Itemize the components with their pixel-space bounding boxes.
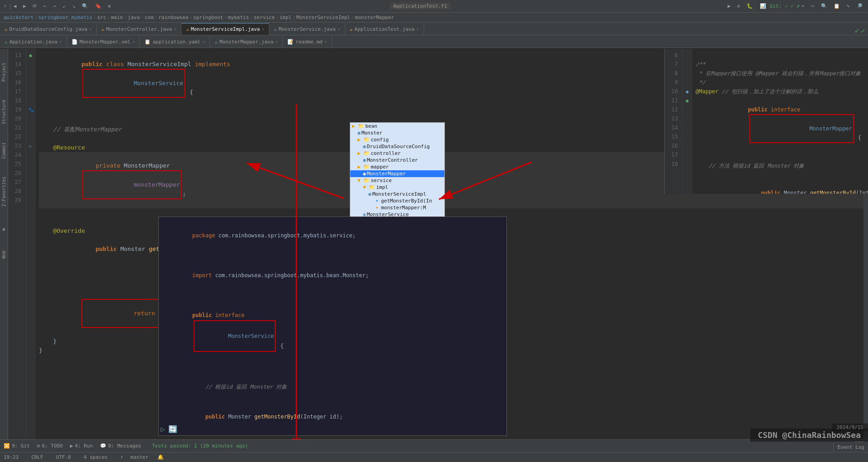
bc-service[interactable]: service <box>254 14 275 20</box>
bc-mybatis[interactable]: mybatis <box>228 14 249 20</box>
todo-run-item[interactable]: ≡ 6: TODO <box>37 443 63 449</box>
git-run-item[interactable]: 🔀 9: Git <box>4 443 30 449</box>
tab-druid[interactable]: ☕ DruidDataSourceConfig.java × <box>0 23 97 35</box>
sidebar-item-commit[interactable]: Commit <box>1 142 6 159</box>
popup-line-8: public Monster getMonsterById(Integer id… <box>159 402 506 432</box>
toolbar-sep: | <box>9 3 12 10</box>
git-icon: Git: ✓ ✓ ✗ <box>770 3 800 9</box>
run-run-item[interactable]: ▶ 4: Run <box>70 443 93 449</box>
tree-item-monster[interactable]: ● Monster <box>350 130 444 136</box>
method-icon: 🔹 <box>374 198 380 204</box>
tests-passed: Tests passed: 1 (20 minutes ago) <box>152 443 248 449</box>
file-icon: ● <box>363 144 366 149</box>
gutter-icon-23: ▷ <box>29 144 32 149</box>
folder-icon: ▶ 📁 <box>352 123 364 129</box>
close-icon[interactable]: × <box>338 27 340 32</box>
tab-readmemd[interactable]: 📝 readme.md × <box>283 36 332 48</box>
messages-run-item[interactable]: 💬 0: Messages <box>100 443 141 449</box>
mapper-annotation-icon: ● <box>686 89 688 94</box>
interface-icon: ◉ <box>363 171 366 177</box>
tree-item-monstercontroller[interactable]: ● MonsterController <box>350 157 444 164</box>
tree-item-config[interactable]: ▶ 📁 config <box>350 136 444 143</box>
sidebar-item-project[interactable]: Project <box>1 63 6 82</box>
spaces-indicator[interactable]: 4 spaces <box>84 454 108 460</box>
close-icon[interactable]: × <box>262 27 264 32</box>
tab-icon: 📄 <box>72 39 78 45</box>
second-line-7: /** <box>696 60 864 69</box>
popup-run-icon: ▷ 🔄 <box>161 425 177 433</box>
tree-item-druiddatasourceconfig[interactable]: ● DruidDataSourceConfig <box>350 143 444 150</box>
second-line-11: public interface MonsterMapper { <box>696 96 864 152</box>
tree-item-mapper[interactable]: ▶ 📁 mapper <box>350 164 444 170</box>
tab-monsterservice[interactable]: ☕ MonsterService.java × <box>269 23 345 35</box>
close-icon[interactable]: × <box>275 39 278 44</box>
second-line-8: * 在Mapper接口使用 @Mapper 就会扫描，并将Mapper接口对象 <box>696 69 864 78</box>
tab-icon: ☕ <box>274 26 277 32</box>
tab-monstermapperjava[interactable]: ☕ MonsterMapper.java × <box>210 36 283 48</box>
close-icon[interactable]: × <box>324 39 327 44</box>
tree-item-getmonsterbyid[interactable]: 🔹 getMonsterById(In <box>350 197 444 204</box>
close-icon[interactable]: × <box>89 27 92 32</box>
tab-applicationtest[interactable]: ☕ ApplicationTest.java × <box>345 23 424 35</box>
tree-item-service[interactable]: ▼ 📁 service <box>350 177 444 184</box>
bc-monstermapper[interactable]: monsterMapper <box>355 14 394 20</box>
sidebar-item-web[interactable]: Web <box>1 250 6 259</box>
tab-controller[interactable]: ☕ MonsterController.java × <box>97 23 181 35</box>
bc-quickstart[interactable]: quickstart <box>4 14 33 20</box>
code-line-20 <box>39 208 864 217</box>
file-icon: ● <box>363 157 366 163</box>
sidebar-item-favorites[interactable]: 2:Favorites <box>1 177 6 207</box>
tab-application[interactable]: ☕ Application.java × <box>0 36 67 48</box>
tree-item-impl[interactable]: ▼ 📁 impl <box>350 184 444 191</box>
folder-icon: ▼ 📁 <box>358 178 370 183</box>
bc-impl[interactable]: impl <box>280 14 292 20</box>
bc-springboot[interactable]: springboot <box>193 14 223 20</box>
tree-item-monstermapper[interactable]: ◉ MonsterMapper <box>350 170 444 177</box>
bc-main[interactable]: main <box>111 14 123 20</box>
tab-icon: ☕ <box>350 26 353 32</box>
tree-item-bean[interactable]: ▶ 📁 bean <box>350 123 444 130</box>
close-icon[interactable]: × <box>174 27 176 32</box>
close-icon[interactable]: × <box>59 39 62 44</box>
tab-monstermapperxml[interactable]: 📄 MonsterMapper.xml × <box>67 36 140 48</box>
line-numbers: 13 14 15 16 17 18 19 20 21 22 23 24 25 2… <box>8 49 26 439</box>
run-icons[interactable]: ▶ ⊘ 🐛 📊 <box>728 3 768 9</box>
tree-item-controller[interactable]: ▶ 📁 controller <box>350 150 444 157</box>
bc-project[interactable]: springboot_mybatis <box>38 14 92 20</box>
popup-line-6 <box>159 362 506 372</box>
tab-applicationyaml[interactable]: 📋 application.yaml × <box>140 36 210 48</box>
bc-src[interactable]: src <box>97 14 106 20</box>
close-icon[interactable]: × <box>416 27 419 32</box>
popup-line-2 <box>159 250 506 260</box>
close-icon[interactable]: × <box>132 39 135 44</box>
tab-icon: ☕ <box>5 26 8 32</box>
toolbar-icon: ⚡ <box>4 3 7 9</box>
bottom-code-popup: package com.rainbowsea.springboot.mybati… <box>158 217 507 436</box>
file-icon: ● <box>358 130 361 136</box>
favorites-star-icon[interactable]: ★ <box>2 225 5 232</box>
bc-com[interactable]: com <box>144 14 153 20</box>
second-gutter: ● ● <box>683 49 692 194</box>
popup-line-5: public interface MonsterService { <box>159 300 506 362</box>
popup-line-1: package com.rainbowsea.springboot.mybati… <box>159 221 506 250</box>
encoding-indicator[interactable]: UTF-8 <box>56 454 71 460</box>
second-line-6 <box>696 51 864 60</box>
tree-item-monstermapper-field[interactable]: 🔸 monsterMapper:M <box>350 204 444 211</box>
line-ending-indicator[interactable]: CRLF <box>31 454 43 460</box>
sidebar-item-structure[interactable]: Structure <box>1 100 6 124</box>
close-icon[interactable]: × <box>202 39 205 44</box>
tab-icon: ☕ <box>215 39 218 45</box>
right-toolbar-icons[interactable]: ↩ ↪ 🔍 📋 ✎ 🔎 <box>801 3 864 9</box>
tree-item-monsterserviceimpl[interactable]: ● MonsterServiceImpl <box>350 191 444 197</box>
git-icon: 🔀 <box>4 443 10 449</box>
bc-monsterserviceimpl[interactable]: MonsterServiceImpl <box>296 14 350 20</box>
left-sidebar: Project Structure Commit 2:Favorites ★ W… <box>0 49 8 439</box>
toolbar-icons[interactable]: ◀ ▶ ⟳ ← → ↙ ↘ 🔍 🔖 ⊕ <box>14 3 113 9</box>
second-code-content[interactable]: /** * 在Mapper接口使用 @Mapper 就会扫描，并将Mapper接… <box>692 49 868 194</box>
bc-java[interactable]: java <box>128 14 140 20</box>
bc-rainbowsea[interactable]: rainbowsea <box>158 14 188 20</box>
tab-monsterserviceimpl[interactable]: ☕ MonsterServiceImpl.java × <box>181 23 269 35</box>
position-indicator: 19:23 <box>4 454 19 460</box>
event-log-button[interactable]: Event Log <box>833 443 868 452</box>
branch-indicator: ↑ <box>120 454 124 460</box>
